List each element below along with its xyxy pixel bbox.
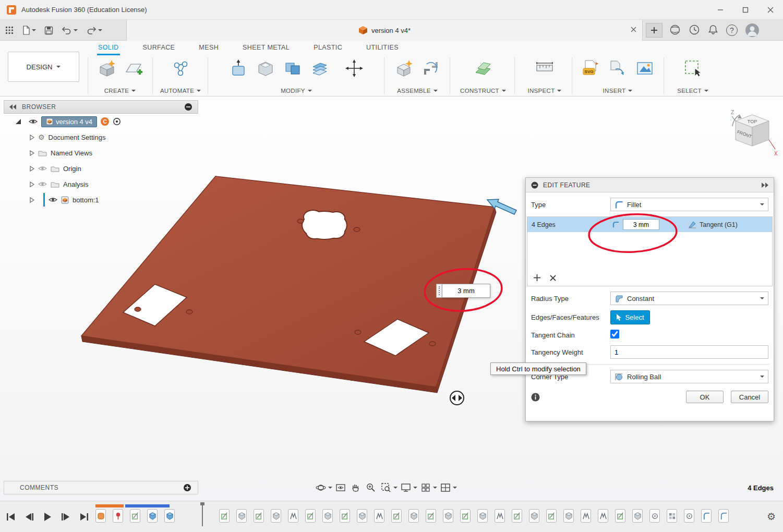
timeline-feature-extrude[interactable] [529, 509, 539, 523]
workspace-selector[interactable]: DESIGN [8, 52, 79, 82]
assemble-menu[interactable]: ASSEMBLE [388, 88, 447, 94]
radius-type-dropdown[interactable]: Constant [610, 292, 768, 305]
timeline-feature-body[interactable] [147, 509, 158, 523]
expand-chevron-icon[interactable] [30, 135, 34, 140]
timeline-feature-sketch[interactable] [305, 509, 316, 523]
browser-root-row[interactable]: version 4 v4 C [4, 114, 198, 129]
timeline-feature-joint[interactable] [495, 509, 505, 523]
remove-edge-set-button[interactable] [550, 275, 556, 283]
extensions-icon[interactable] [669, 24, 681, 37]
tab-utilities[interactable]: UTILITIES [365, 41, 400, 55]
timeline-feature-joint[interactable] [374, 509, 384, 523]
insert-svg-icon[interactable]: SVG [580, 57, 601, 79]
timeline-feature-joint[interactable] [288, 509, 298, 523]
ground-target-icon[interactable] [113, 117, 121, 126]
timeline-feature-sketch[interactable] [130, 509, 140, 523]
expand-triangle-icon[interactable] [16, 119, 21, 124]
automate-menu[interactable]: AUTOMATE [156, 88, 204, 94]
browser-header[interactable]: BROWSER [4, 100, 198, 114]
create-menu[interactable]: CREATE [90, 88, 150, 94]
edge-set-row[interactable]: 4 Edges Tangent (G1) [527, 217, 772, 232]
timeline-feature-sketch[interactable] [460, 509, 471, 523]
timeline-feature-extrude[interactable] [236, 509, 247, 523]
move-copy-icon[interactable] [343, 57, 365, 79]
timeline-feature-fillet[interactable] [718, 509, 729, 523]
browser-item-origin[interactable]: Origin [4, 161, 198, 176]
add-comment-icon[interactable] [183, 483, 191, 492]
tangent-chain-checkbox[interactable] [610, 330, 619, 338]
grid-snap-icon[interactable] [419, 481, 432, 494]
viewcube[interactable]: TOP FRONT Z X [728, 107, 778, 158]
root-component-node[interactable]: version 4 v4 [41, 116, 97, 127]
timeline-feature-joint[interactable] [581, 509, 591, 523]
corner-type-dropdown[interactable]: Rolling Ball [610, 370, 768, 383]
inspect-menu[interactable]: INSPECT [520, 88, 570, 94]
type-dropdown[interactable]: Fillet [610, 198, 768, 211]
insert-derive-icon[interactable] [607, 57, 629, 79]
timeline-feature-sketch[interactable] [254, 509, 264, 523]
visibility-off-eye-icon[interactable] [38, 181, 47, 187]
new-tab-button[interactable] [646, 23, 662, 38]
fit-icon[interactable] [379, 481, 393, 494]
visibility-eye-icon[interactable] [49, 197, 57, 203]
timeline-settings-gear-icon[interactable]: ⚙ [767, 511, 776, 522]
tab-mesh[interactable]: MESH [198, 41, 220, 55]
timeline-feature-joint[interactable] [598, 509, 608, 523]
timeline-feature-extrude[interactable] [632, 509, 643, 523]
dialog-collapse-icon[interactable] [531, 182, 538, 189]
timeline-go-start-button[interactable] [5, 512, 17, 522]
browser-item-document-settings[interactable]: ⚙ Document Settings [4, 129, 198, 145]
timeline-feature-extrude[interactable] [477, 509, 488, 523]
timeline-playhead-marker[interactable] [202, 502, 203, 526]
timeline-feature-pattern[interactable] [667, 509, 677, 523]
expand-chevron-icon[interactable] [30, 197, 34, 203]
select-menu[interactable]: SELECT [668, 88, 718, 94]
offset-face-icon[interactable] [309, 57, 331, 79]
flip-direction-icon[interactable] [450, 391, 464, 405]
plate-top-face[interactable] [81, 176, 495, 387]
timeline-feature-extrude[interactable] [322, 509, 333, 523]
job-status-icon[interactable] [689, 24, 700, 37]
timeline-feature-extrude[interactable] [563, 509, 574, 523]
timeline-feature-form[interactable] [95, 509, 106, 523]
file-menu-button[interactable] [22, 26, 36, 35]
timeline-feature-sketch[interactable] [615, 509, 625, 523]
new-body-icon[interactable] [95, 57, 117, 79]
timeline-feature-sketch[interactable] [340, 509, 350, 523]
tab-plastic[interactable]: PLASTIC [312, 41, 343, 55]
browser-item-named-views[interactable]: Named Views [4, 145, 198, 161]
create-sketch-icon[interactable] [123, 57, 144, 79]
app-grid-icon[interactable] [5, 26, 14, 34]
new-component-icon[interactable] [393, 57, 415, 79]
combine-icon[interactable] [282, 57, 304, 79]
cancel-button[interactable]: Cancel [731, 391, 768, 403]
construct-plane-icon[interactable] [472, 57, 494, 79]
timeline-feature-sketch[interactable] [512, 509, 522, 523]
automate-icon[interactable] [170, 57, 191, 79]
timeline-feature-fillet[interactable] [701, 509, 712, 523]
expand-chevron-icon[interactable] [30, 166, 34, 172]
display-settings-icon[interactable] [399, 481, 413, 494]
timeline-feature-extrude[interactable] [443, 509, 453, 523]
timeline-feature-hole[interactable] [649, 509, 660, 523]
dialog-dock-icon[interactable] [761, 183, 768, 188]
collapse-panel-icon[interactable] [9, 104, 17, 110]
shell-icon[interactable] [255, 57, 276, 79]
press-pull-icon[interactable] [227, 57, 249, 79]
timeline-feature-hole[interactable] [684, 509, 694, 523]
ok-button[interactable]: OK [686, 391, 724, 403]
measure-icon[interactable] [534, 57, 556, 79]
construct-menu[interactable]: CONSTRUCT [455, 88, 511, 94]
timeline-feature-body[interactable] [164, 509, 175, 523]
tangency-weight-input[interactable] [610, 345, 768, 359]
help-icon[interactable]: ? [726, 25, 738, 36]
timeline-step-back-button[interactable] [23, 512, 35, 522]
tab-close-icon[interactable] [630, 26, 637, 34]
dialog-header[interactable]: EDIT FEATURE [526, 178, 774, 192]
dimension-drag-handle[interactable] [436, 284, 442, 298]
insert-menu[interactable]: INSERT [575, 88, 660, 94]
tangent-type-cell[interactable]: Tangent (G1) [700, 221, 738, 228]
undo-button[interactable] [62, 26, 78, 35]
timeline-feature-pin[interactable] [113, 509, 123, 523]
zoom-icon[interactable] [364, 481, 378, 494]
